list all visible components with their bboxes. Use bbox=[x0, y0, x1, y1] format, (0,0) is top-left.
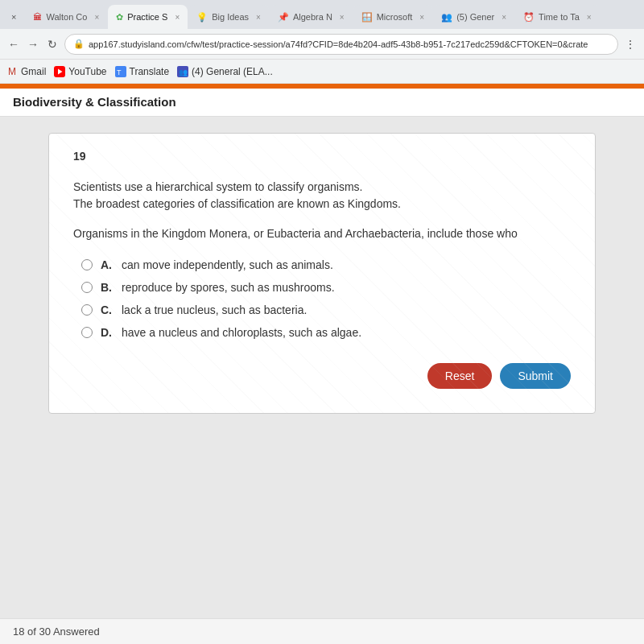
bookmark-gmail-label: Gmail bbox=[21, 66, 46, 77]
nav-bar: ← → ↻ 🔒 app167.studyisland.com/cfw/test/… bbox=[0, 29, 644, 60]
extensions-icon[interactable]: ⋮ bbox=[623, 37, 638, 52]
submit-button[interactable]: Submit bbox=[500, 363, 571, 389]
bookmark-translate-label: Translate bbox=[130, 66, 170, 77]
choice-c[interactable]: C. lack a true nucleus, such as bacteria… bbox=[81, 303, 571, 316]
bigideas-icon: 💡 bbox=[196, 12, 208, 23]
tab-general-close[interactable]: × bbox=[502, 13, 506, 22]
back-button[interactable]: ← bbox=[6, 37, 21, 52]
forward-button[interactable]: → bbox=[26, 37, 40, 52]
tab-time-label: Time to Ta bbox=[539, 12, 580, 22]
page-title: Biodiversity & Classification bbox=[13, 95, 176, 109]
time-icon: ⏰ bbox=[523, 12, 535, 23]
bookmark-youtube[interactable]: YouTube bbox=[54, 66, 106, 77]
tab-microsoft-label: Microsoft bbox=[377, 12, 413, 22]
tab-bigideas-close[interactable]: × bbox=[256, 13, 261, 22]
tab-x-label: × bbox=[11, 12, 16, 22]
question-stem: Organisms in the Kingdom Monera, or Euba… bbox=[73, 225, 571, 242]
tab-time-close[interactable]: × bbox=[587, 13, 592, 22]
question-number: 19 bbox=[73, 150, 571, 163]
radio-c[interactable] bbox=[81, 304, 93, 316]
question-text-line1: Scientists use a hierarchical system to … bbox=[73, 180, 362, 193]
algebra-icon: 📌 bbox=[278, 12, 289, 23]
tab-general[interactable]: 👥 (5) Gener × bbox=[433, 5, 514, 29]
choice-b-letter: B. bbox=[101, 281, 114, 294]
question-text-line2: The broadest categories of classificatio… bbox=[73, 197, 401, 210]
general-icon: 👥 bbox=[441, 12, 452, 23]
tab-practice-close[interactable]: × bbox=[175, 13, 180, 22]
choice-c-letter: C. bbox=[101, 303, 114, 316]
tab-algebra-close[interactable]: × bbox=[340, 13, 345, 22]
tab-walton[interactable]: 🏛 Walton Co × bbox=[25, 5, 107, 29]
tab-close-x[interactable]: × bbox=[3, 5, 24, 29]
page-content: 19 Scientists use a hierarchical system … bbox=[0, 117, 644, 618]
choice-d-text: have a nucleus and chloroplasts, such as… bbox=[122, 326, 361, 339]
practice-icon: ✿ bbox=[116, 12, 123, 23]
tab-bar: × 🏛 Walton Co × ✿ Practice S × 💡 Big Ide… bbox=[0, 0, 644, 29]
tab-walton-close[interactable]: × bbox=[94, 13, 99, 22]
bookmark-general[interactable]: 👥 (4) General (ELA... bbox=[177, 66, 273, 77]
svg-text:T: T bbox=[117, 68, 122, 76]
bookmark-gmail[interactable]: M Gmail bbox=[6, 66, 46, 77]
bookmark-translate[interactable]: T Translate bbox=[115, 66, 170, 77]
reset-button[interactable]: Reset bbox=[427, 363, 493, 389]
question-description: Scientists use a hierarchical system to … bbox=[73, 179, 571, 213]
tab-practice-label: Practice S bbox=[127, 12, 167, 22]
gmail-icon: M bbox=[6, 66, 18, 77]
tab-walton-label: Walton Co bbox=[46, 12, 87, 22]
page-footer: 18 of 30 Answered bbox=[0, 618, 644, 644]
bookmarks-bar: M Gmail YouTube T Translate bbox=[0, 60, 644, 84]
choice-a-letter: A. bbox=[101, 258, 114, 271]
tab-microsoft-close[interactable]: × bbox=[419, 13, 424, 22]
translate-icon: T bbox=[115, 66, 126, 77]
browser-frame: × 🏛 Walton Co × ✿ Practice S × 💡 Big Ide… bbox=[0, 0, 644, 644]
choice-a-text: can move independently, such as animals. bbox=[122, 258, 333, 271]
question-card: 19 Scientists use a hierarchical system … bbox=[48, 133, 596, 414]
radio-b[interactable] bbox=[81, 282, 93, 293]
answered-count: 18 of 30 Answered bbox=[13, 625, 100, 638]
svg-text:👥: 👥 bbox=[179, 68, 188, 77]
tab-algebra-label: Algebra N bbox=[293, 12, 332, 22]
choice-b[interactable]: B. reproduce by spores, such as mushroom… bbox=[81, 281, 571, 294]
page-header: Biodiversity & Classification bbox=[0, 89, 644, 117]
tab-bigideas[interactable]: 💡 Big Ideas × bbox=[188, 5, 269, 29]
teams-icon: 👥 bbox=[177, 66, 188, 77]
choice-c-text: lack a true nucleus, such as bacteria. bbox=[122, 303, 307, 316]
choice-d[interactable]: D. have a nucleus and chloroplasts, such… bbox=[81, 326, 571, 339]
tab-bigideas-label: Big Ideas bbox=[212, 12, 249, 22]
lock-icon: 🔒 bbox=[73, 39, 85, 49]
microsoft-icon: 🪟 bbox=[361, 12, 373, 23]
address-text: app167.studyisland.com/cfw/test/practice… bbox=[89, 39, 609, 49]
tab-general-label: (5) Gener bbox=[456, 12, 494, 22]
tab-time[interactable]: ⏰ Time to Ta × bbox=[515, 5, 600, 29]
bookmark-youtube-label: YouTube bbox=[68, 66, 106, 77]
radio-a[interactable] bbox=[81, 259, 93, 270]
address-bar[interactable]: 🔒 app167.studyisland.com/cfw/test/practi… bbox=[64, 34, 618, 55]
choice-a[interactable]: A. can move independently, such as anima… bbox=[81, 258, 571, 271]
button-row: Reset Submit bbox=[73, 363, 571, 389]
answer-choices: A. can move independently, such as anima… bbox=[81, 258, 571, 339]
tab-algebra[interactable]: 📌 Algebra N × bbox=[270, 5, 353, 29]
bookmark-general-label: (4) General (ELA... bbox=[192, 66, 273, 77]
reload-button[interactable]: ↻ bbox=[45, 37, 60, 52]
tab-microsoft[interactable]: 🪟 Microsoft × bbox=[353, 5, 432, 29]
choice-b-text: reproduce by spores, such as mushrooms. bbox=[122, 281, 335, 294]
tab-practice[interactable]: ✿ Practice S × bbox=[108, 5, 188, 29]
choice-d-letter: D. bbox=[101, 326, 114, 339]
walton-icon: 🏛 bbox=[33, 12, 42, 22]
youtube-icon bbox=[54, 66, 65, 77]
radio-d[interactable] bbox=[81, 327, 93, 338]
